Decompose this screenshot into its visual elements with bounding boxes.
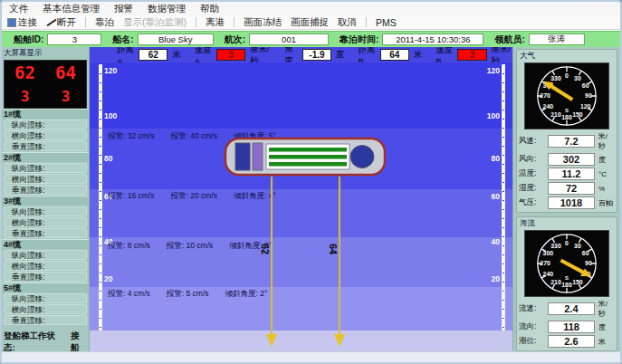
berth-time-field[interactable]: 2011-4-15 10:30:36 <box>382 34 483 45</box>
drift-label: 纵向漂移: <box>4 163 87 173</box>
ship-name-field[interactable]: Blue Sky <box>138 34 214 45</box>
svg-text:S: S <box>565 108 569 113</box>
wind-speed-row: 风速: 7.2 米/秒 <box>519 131 615 151</box>
berth-button[interactable]: 靠泊 <box>93 16 116 29</box>
current-speed-value: 2.4 <box>548 302 595 315</box>
status-bar <box>2 351 620 362</box>
drift-label: 纵向漂移: <box>4 120 87 129</box>
app-window: 文件 基本信息管理 报警 数据管理 帮助 连接 断开 靠泊 显示(靠泊监测) 离… <box>0 0 622 364</box>
svg-text:30: 30 <box>574 243 581 249</box>
dock-strip <box>90 330 512 351</box>
toolbar-separator <box>234 17 234 27</box>
zone-threshold-line: 报警: 8 cm/s 报警: 10 cm/s 倾斜角度: 3° <box>108 241 272 252</box>
axis-tick-label: 20 <box>104 274 112 283</box>
distance-a-unit: 米 <box>172 49 181 61</box>
drift-label: 垂直漂移: <box>4 315 87 325</box>
axis-tick-label: 120 <box>487 66 500 75</box>
drift-label: 横向漂移: <box>4 261 87 271</box>
ship-id-label: 船舶ID: <box>14 34 43 46</box>
readout-bar: 距离A 62 米 速度A 3 厘米/秒 角度 -1.9 度 距离B 64 米 速… <box>90 47 512 62</box>
toolbar-separator <box>85 17 86 27</box>
menu-alarm[interactable]: 报警 <box>114 3 133 15</box>
svg-text:90: 90 <box>585 92 592 99</box>
ship-id-field[interactable]: 3 <box>47 34 101 45</box>
drift-label: 垂直漂移: <box>4 141 87 151</box>
svg-text:300: 300 <box>543 250 554 256</box>
pilot-label: 领航员: <box>494 34 524 46</box>
axis-tick-label: 120 <box>104 66 117 75</box>
angle-unit: 度 <box>336 49 345 61</box>
svg-text:240: 240 <box>543 103 554 110</box>
cable-group-header: 3#缆 <box>2 196 89 206</box>
toolbar: 连接 断开 靠泊 显示(靠泊监测) 离港 画面冻结 画面捕捉 取消 PMS <box>2 15 620 30</box>
svg-text:330: 330 <box>550 75 561 81</box>
distance-chart: 120 100 80 60 40 20 120 100 80 60 40 20 … <box>90 62 512 351</box>
dock-marker-arrow <box>266 334 277 347</box>
cancel-button[interactable]: 取消 <box>336 16 359 29</box>
capture-screen-button[interactable]: 画面捕捉 <box>289 16 330 29</box>
wind-direction-value: 302 <box>548 153 595 166</box>
drift-label: 横向漂移: <box>4 174 87 184</box>
svg-text:90: 90 <box>585 260 592 266</box>
ship-info-bar: 船舶ID: 3 船名: Blue Sky 航次: 001 靠泊时间: 2011-… <box>2 31 620 47</box>
drift-label: 纵向漂移: <box>4 250 87 260</box>
mooring-line-b-label: 64 <box>328 244 339 254</box>
cable-group-header: 2#缆 <box>2 152 89 162</box>
svg-text:180: 180 <box>561 114 572 120</box>
temperature-value: 11.2 <box>548 168 595 180</box>
drift-label: 垂直漂移: <box>4 272 87 282</box>
axis-tick-label: 100 <box>104 111 117 120</box>
mooring-line-a <box>271 177 273 336</box>
menu-file[interactable]: 文件 <box>9 3 28 15</box>
freeze-screen-button[interactable]: 画面冻结 <box>242 16 283 29</box>
svg-text:180: 180 <box>561 282 572 288</box>
current-direction-gauge: 0 30 60 90 120 150 180 210 240 270 300 3… <box>524 230 609 297</box>
gangway-status-value: 接船 <box>71 330 87 351</box>
atmosphere-group: 大气 <box>516 49 617 213</box>
zone-threshold-line: 报警: 4 cm/s 报警: 5 cm/s 倾斜角度: 2° <box>108 289 267 300</box>
disconnect-button[interactable]: 断开 <box>44 16 78 29</box>
distance-a-value: 62 <box>139 49 167 61</box>
led-speed-a: 3 <box>21 88 30 105</box>
svg-text:210: 210 <box>550 111 561 118</box>
menu-basic-info[interactable]: 基本信息管理 <box>43 3 100 15</box>
berth-time-label: 靠泊时间: <box>340 34 378 46</box>
pms-button[interactable]: PMS <box>374 17 398 28</box>
svg-text:150: 150 <box>572 111 583 118</box>
svg-text:270: 270 <box>540 92 550 99</box>
right-distance-ruler <box>502 64 505 330</box>
connect-button[interactable]: 连接 <box>5 16 39 29</box>
current-title: 海流 <box>520 218 615 229</box>
voyage-label: 航次: <box>225 34 245 46</box>
pressure-row: 气压: 1018 百帕 <box>519 196 615 209</box>
menu-bar: 文件 基本信息管理 报警 数据管理 帮助 <box>2 2 620 15</box>
connect-icon <box>7 18 16 27</box>
pressure-value: 1018 <box>548 196 595 209</box>
current-direction-value: 118 <box>548 321 595 333</box>
axis-tick-label: 80 <box>492 154 500 163</box>
voyage-field[interactable]: 001 <box>249 34 329 45</box>
svg-text:150: 150 <box>572 279 583 285</box>
drift-label: 横向漂移: <box>4 304 87 314</box>
toolbar-separator <box>196 17 196 27</box>
atmosphere-title: 大气 <box>520 51 615 62</box>
humidity-value: 72 <box>548 182 595 195</box>
humidity-row: 湿度: 72 % <box>519 182 615 195</box>
svg-text:210: 210 <box>550 279 561 285</box>
svg-text:30: 30 <box>574 75 581 81</box>
pilot-field[interactable]: 张涛 <box>529 34 585 45</box>
led-distance-b: 64 <box>55 62 76 82</box>
svg-text:60: 60 <box>582 82 589 89</box>
current-speed-row: 流速: 2.4 米/秒 <box>519 299 615 319</box>
svg-text:0: 0 <box>565 240 569 246</box>
depart-button[interactable]: 离港 <box>204 16 226 29</box>
gangway-status: 登船梯工作状态: 接船 <box>2 326 89 351</box>
menu-help[interactable]: 帮助 <box>200 3 219 15</box>
menu-data-mgmt[interactable]: 数据管理 <box>148 3 186 15</box>
led-display: 62 64 3 3 <box>4 60 87 109</box>
wind-speed-value: 7.2 <box>548 135 595 148</box>
wind-direction-gauge: 0 30 60 90 120 150 180 210 240 270 300 3… <box>524 62 609 129</box>
cable-group-header: 4#缆 <box>2 239 89 249</box>
angle-value: -1.9 <box>302 49 331 61</box>
drift-label: 横向漂移: <box>4 130 87 140</box>
